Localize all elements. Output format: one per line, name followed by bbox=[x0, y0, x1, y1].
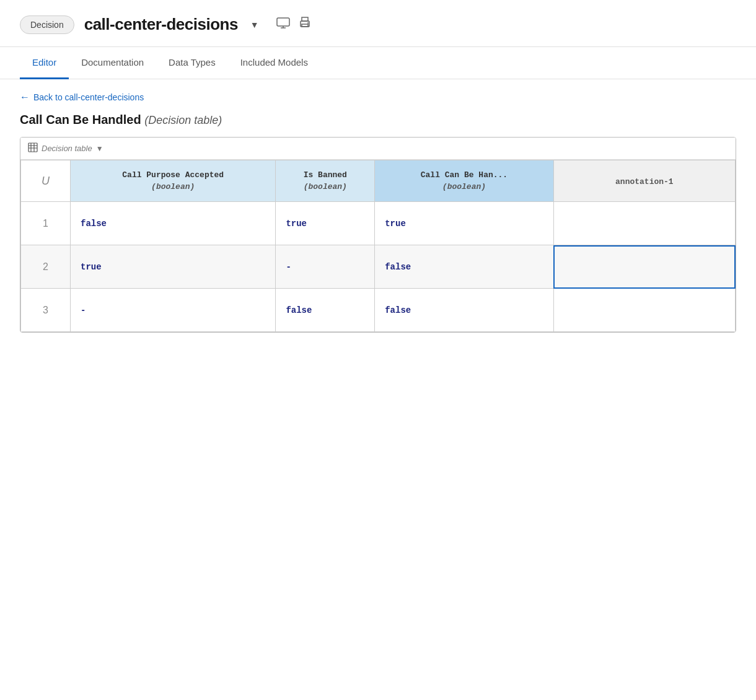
svg-rect-5 bbox=[302, 24, 308, 27]
col1-name: Call Purpose Accepted bbox=[122, 170, 224, 180]
row3-col3-cell[interactable]: false bbox=[375, 289, 554, 332]
back-arrow-icon: ← bbox=[20, 92, 30, 103]
tab-documentation[interactable]: Documentation bbox=[69, 47, 156, 79]
col1-type: (boolean) bbox=[151, 182, 195, 191]
row-num-3: 3 bbox=[21, 289, 71, 332]
row2-col3-cell[interactable]: false bbox=[375, 245, 554, 289]
tab-data-types[interactable]: Data Types bbox=[156, 47, 228, 79]
header-cell-col3[interactable]: Call Can Be Han... (boolean) bbox=[375, 160, 554, 202]
decision-badge[interactable]: Decision bbox=[20, 15, 74, 34]
table-row: 2 true - false bbox=[21, 245, 736, 289]
tab-bar: Editor Documentation Data Types Included… bbox=[0, 47, 756, 79]
back-link-text: Back to call-center-decisions bbox=[33, 92, 144, 102]
monitor-icon[interactable] bbox=[276, 17, 290, 32]
row2-col2-cell[interactable]: - bbox=[276, 245, 375, 289]
table-row: 3 - false false bbox=[21, 289, 736, 332]
decision-name: Call Can Be Handled (Decision table) bbox=[20, 113, 736, 127]
col2-name: Is Banned bbox=[304, 170, 347, 180]
header-icons bbox=[276, 17, 311, 32]
col3-name: Call Can Be Han... bbox=[421, 170, 508, 180]
page-header: Decision call-center-decisions ▼ bbox=[0, 0, 756, 47]
tab-editor[interactable]: Editor bbox=[20, 47, 69, 79]
back-link[interactable]: ← Back to call-center-decisions bbox=[20, 92, 736, 103]
decision-type-label: (Decision table) bbox=[144, 114, 222, 126]
row1-col3-cell[interactable]: true bbox=[375, 202, 554, 245]
print-icon[interactable] bbox=[299, 17, 311, 32]
toolbar-label[interactable]: Decision table bbox=[42, 144, 92, 153]
decision-table-toolbar: Decision table ▼ bbox=[20, 138, 736, 160]
row3-col2-cell[interactable]: false bbox=[276, 289, 375, 332]
col3-type: (boolean) bbox=[442, 182, 486, 191]
row1-annotation-cell[interactable] bbox=[553, 202, 735, 245]
header-cell-u: U bbox=[21, 160, 71, 202]
row3-annotation-cell[interactable] bbox=[553, 289, 735, 332]
table-grid-icon bbox=[28, 142, 38, 154]
page-title: call-center-decisions bbox=[84, 15, 238, 34]
svg-point-6 bbox=[307, 22, 309, 24]
svg-rect-4 bbox=[302, 17, 308, 21]
decision-table: U Call Purpose Accepted (boolean) Is Ban… bbox=[20, 160, 736, 332]
svg-rect-7 bbox=[29, 143, 37, 152]
title-dropdown-arrow[interactable]: ▼ bbox=[250, 20, 259, 30]
row2-col1-cell[interactable]: true bbox=[71, 245, 276, 289]
row3-col1-cell[interactable]: - bbox=[71, 289, 276, 332]
row1-col1-cell[interactable]: false bbox=[71, 202, 276, 245]
u-label: U bbox=[42, 175, 50, 187]
row-num-2: 2 bbox=[21, 245, 71, 289]
annotation-label: annotation-1 bbox=[610, 165, 679, 199]
decision-name-text: Call Can Be Handled bbox=[20, 113, 141, 126]
tab-included-models[interactable]: Included Models bbox=[228, 47, 320, 79]
row2-annotation-cell[interactable] bbox=[553, 245, 735, 289]
header-cell-col2[interactable]: Is Banned (boolean) bbox=[276, 160, 375, 202]
row-num-1: 1 bbox=[21, 202, 71, 245]
decision-table-container: Decision table ▼ U Call Purpose Accepted… bbox=[20, 137, 736, 333]
header-cell-annotation[interactable]: annotation-1 bbox=[553, 160, 735, 202]
table-row: 1 false true true bbox=[21, 202, 736, 245]
toolbar-dropdown-arrow[interactable]: ▼ bbox=[96, 144, 103, 153]
header-cell-col1[interactable]: Call Purpose Accepted (boolean) bbox=[71, 160, 276, 202]
row1-col2-cell[interactable]: true bbox=[276, 202, 375, 245]
content-area: ← Back to call-center-decisions Call Can… bbox=[0, 79, 756, 345]
svg-rect-0 bbox=[277, 18, 289, 26]
col2-type: (boolean) bbox=[304, 182, 347, 191]
table-header-row: U Call Purpose Accepted (boolean) Is Ban… bbox=[21, 160, 736, 202]
